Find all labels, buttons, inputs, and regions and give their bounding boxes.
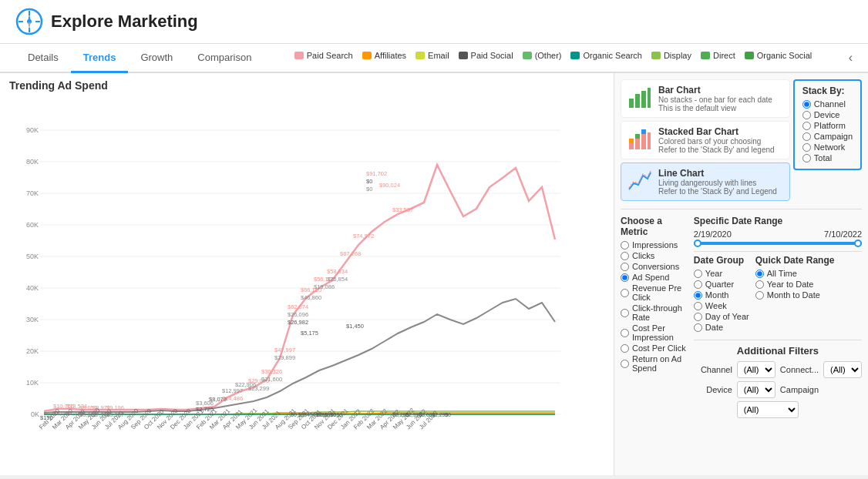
stack-by-network-radio[interactable] — [802, 143, 811, 152]
stack-by-panel: Stack By: Channel Device Platform Campai… — [793, 79, 862, 170]
tab-bar: Details Trends Growth Comparison Paid Se… — [0, 44, 868, 73]
line-chart-svg: 0K 10K 20K 30K 40K 50K 60K 70K 80K 90K — [9, 95, 564, 434]
svg-text:$2,725: $2,725 — [196, 406, 214, 413]
svg-text:$0: $0 — [366, 178, 372, 185]
svg-text:$12,997: $12,997 — [222, 387, 243, 394]
dg-date-radio[interactable] — [694, 323, 702, 332]
svg-text:$14,486: $14,486 — [222, 395, 243, 402]
svg-text:$0 $0: $0 $0 — [291, 412, 304, 417]
svg-text:80K: 80K — [26, 158, 39, 166]
right-panel: Bar Chart No stacks - one bar for each d… — [614, 73, 868, 475]
svg-text:$90,024: $90,024 — [379, 182, 400, 189]
svg-text:10K: 10K — [26, 379, 39, 387]
svg-text:$1,450: $1,450 — [346, 323, 364, 330]
svg-rect-114 — [635, 139, 640, 149]
campaign-filter-select[interactable]: (All) — [737, 401, 799, 418]
metric-cpc-radio[interactable] — [621, 344, 629, 353]
date-range-slider[interactable] — [694, 242, 862, 245]
date-start: 2/19/2020 — [694, 229, 732, 239]
dg-month-radio[interactable] — [694, 291, 702, 300]
stack-by-network-label: Network — [814, 142, 845, 152]
qd-alltime-radio[interactable] — [755, 270, 764, 278]
svg-text:$74,972: $74,972 — [353, 233, 374, 240]
svg-text:$33,537: $33,537 — [392, 206, 413, 213]
svg-text:$21,600: $21,600 — [261, 376, 282, 383]
tab-trends[interactable]: Trends — [71, 44, 129, 73]
svg-rect-112 — [629, 143, 634, 149]
page-title: Explore Marketing — [51, 12, 198, 32]
connect-filter-label: Connect... — [780, 365, 819, 374]
svg-text:$47,997: $47,997 — [274, 347, 295, 353]
chart-area: Trending Ad Spend 0K 10K 20K 30K 40K 50K… — [0, 73, 614, 475]
dg-week-radio[interactable] — [694, 302, 702, 310]
stack-by-campaign-label: Campaign — [814, 132, 853, 141]
device-filter-label: Device — [694, 385, 732, 394]
dg-quarter-radio[interactable] — [694, 280, 702, 289]
dg-dayofyear-radio[interactable] — [694, 313, 702, 321]
svg-rect-109 — [635, 94, 640, 108]
svg-text:90K: 90K — [26, 126, 39, 134]
metric-adspend-radio[interactable] — [621, 273, 629, 282]
svg-text:70K: 70K — [26, 189, 39, 197]
svg-text:$67,268: $67,268 — [340, 250, 361, 257]
svg-text:$0: $0 — [366, 186, 372, 193]
svg-text:40K: 40K — [26, 284, 39, 292]
stacked-bar-chart-option[interactable]: Stacked Bar Chart Colored bars of your c… — [621, 121, 790, 159]
stack-by-channel-radio[interactable] — [802, 100, 811, 109]
tab-growth[interactable]: Growth — [128, 44, 185, 73]
metric-clicks-radio[interactable] — [621, 252, 629, 260]
svg-text:$26,096: $26,096 — [288, 311, 308, 318]
metric-revperclick-radio[interactable] — [621, 289, 629, 297]
dg-year-radio[interactable] — [694, 270, 702, 278]
svg-text:20K: 20K — [26, 347, 39, 355]
svg-text:$91,702: $91,702 — [366, 170, 387, 177]
tab-details[interactable]: Details — [15, 44, 71, 73]
svg-text:$23,299: $23,299 — [248, 385, 269, 392]
svg-rect-110 — [641, 91, 646, 108]
connect-filter-select[interactable]: (All) — [823, 361, 862, 378]
stacked-bar-icon — [627, 126, 652, 151]
channel-filter-label: Channel — [694, 365, 732, 374]
chart-legend: Paid Search Affiliates Email Paid Social… — [264, 51, 842, 60]
svg-rect-117 — [641, 129, 646, 134]
date-end: 7/10/2022 — [824, 229, 862, 239]
compass-icon — [15, 8, 43, 35]
stack-by-platform-radio[interactable] — [802, 122, 811, 130]
panel-collapse-button[interactable]: ‹ — [849, 51, 853, 65]
svg-text:$46,860: $46,860 — [301, 294, 321, 301]
svg-rect-116 — [641, 134, 646, 149]
bar-chart-option[interactable]: Bar Chart No stacks - one bar for each d… — [621, 79, 790, 118]
svg-rect-118 — [648, 132, 651, 149]
stack-by-total-radio[interactable] — [802, 154, 811, 162]
svg-rect-108 — [629, 99, 634, 108]
svg-text:$58,934: $58,934 — [327, 268, 348, 275]
metric-roas-radio[interactable] — [621, 360, 629, 368]
additional-filters: Additional Filters Channel (All) Connect… — [694, 340, 862, 418]
date-section: Specific Date Range 2/19/2020 7/10/2022 — [694, 216, 862, 421]
device-filter-select[interactable]: (All) — [737, 381, 775, 398]
svg-text:$26,982: $26,982 — [288, 319, 308, 326]
svg-text:50K: 50K — [26, 253, 39, 260]
svg-text:$5,175: $5,175 — [301, 330, 318, 337]
qd-ytd-radio[interactable] — [755, 280, 764, 289]
bar-chart-icon — [627, 85, 652, 109]
svg-rect-115 — [635, 134, 640, 139]
channel-filter-select[interactable]: (All) — [737, 361, 775, 378]
stack-by-total-label: Total — [814, 153, 832, 162]
qd-mtd-radio[interactable] — [755, 291, 764, 300]
svg-text:60K: 60K — [26, 221, 39, 229]
metric-conversions-radio[interactable] — [621, 263, 629, 271]
stack-by-campaign-radio[interactable] — [802, 132, 811, 141]
line-chart-icon — [627, 168, 652, 193]
line-chart-option[interactable]: Line Chart Living dangerously with lines… — [621, 162, 790, 201]
metric-impressions-radio[interactable] — [621, 241, 629, 250]
svg-rect-111 — [648, 88, 651, 108]
metric-cpi-radio[interactable] — [621, 329, 629, 337]
metric-ctr-radio[interactable] — [621, 309, 629, 317]
stack-by-device-label: Device — [814, 110, 840, 119]
chart-title: Trending Ad Spend — [9, 79, 604, 92]
quick-date-section: Quick Date Range All Time Year to Date M… — [755, 255, 835, 333]
stack-by-device-radio[interactable] — [802, 111, 811, 119]
tab-comparison[interactable]: Comparison — [185, 44, 264, 73]
svg-text:$29,899: $29,899 — [274, 354, 295, 361]
